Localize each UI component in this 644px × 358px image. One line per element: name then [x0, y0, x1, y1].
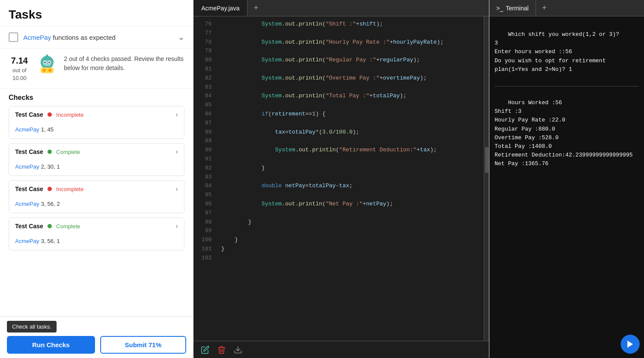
terminal-panel: >_ Terminal + Which shift you worked(1,2…: [489, 0, 644, 358]
tasks-header: Tasks: [0, 0, 193, 26]
args-4: 3, 56, 1: [41, 238, 60, 244]
check-card-title-1: Test Case: [15, 111, 43, 118]
status-label-1: Incomplete: [56, 112, 84, 118]
chevron-right-icon-3[interactable]: ›: [176, 185, 178, 193]
checks-section: Checks Test Case Incomplete › AcmePay 1,…: [0, 89, 193, 316]
svg-point-5: [48, 62, 50, 63]
terminal-content: Which shift you worked(1,2 or 3)? 3 Ente…: [489, 16, 644, 330]
task-label-rest: functions as expected: [51, 34, 115, 41]
args-1: 1, 45: [41, 126, 54, 133]
terminal-prompt-icon: >_: [496, 5, 503, 12]
score-total: 10.00: [13, 74, 27, 82]
svg-rect-9: [41, 67, 54, 73]
svg-point-11: [48, 69, 51, 72]
terminal-tab-add[interactable]: +: [536, 0, 553, 16]
status-dot-red-1: [48, 112, 52, 117]
check-card-body-1: AcmePay 1, 45: [9, 123, 184, 138]
page-title: Tasks: [9, 8, 184, 22]
check-card-1: Test Case Incomplete › AcmePay 1, 45: [9, 106, 184, 139]
svg-marker-13: [628, 341, 633, 348]
acme-tag-4: AcmePay: [15, 238, 39, 244]
scrollbar[interactable]: [484, 16, 489, 341]
bot-icon: [36, 54, 58, 76]
acme-label: AcmePay: [23, 34, 51, 41]
code-editor-panel: AcmePay.java + 7677787980 8182838485 868…: [194, 0, 489, 358]
play-button[interactable]: [621, 335, 640, 354]
submit-button[interactable]: Submit 71%: [100, 336, 187, 354]
scrollbar-thumb[interactable]: [485, 147, 489, 173]
terminal-bottom: [489, 330, 644, 358]
check-card-header-2[interactable]: Test Case Complete ›: [9, 144, 184, 160]
chevron-right-icon-2[interactable]: ›: [176, 148, 178, 156]
terminal-tabs: >_ Terminal +: [489, 0, 644, 16]
checks-title: Checks: [9, 94, 184, 102]
check-all-tooltip: Check all tasks.: [7, 321, 57, 332]
code-content[interactable]: System.out.println("Shift :"+shift); Sys…: [216, 16, 484, 341]
editor-tabs: AcmePay.java +: [194, 0, 489, 16]
svg-point-4: [44, 62, 45, 63]
terminal-tab-label: Terminal: [506, 5, 529, 12]
run-checks-button[interactable]: Run Checks: [7, 336, 95, 354]
editor-toolbar: [194, 341, 489, 358]
terminal-divider: [495, 86, 639, 86]
editor-tab-acmepay[interactable]: AcmePay.java: [194, 0, 247, 16]
check-card-title-3: Test Case: [15, 185, 43, 192]
editor-tab-add[interactable]: +: [247, 0, 264, 16]
args-3: 3, 56, 2: [41, 201, 60, 207]
status-dot-green-2: [48, 150, 52, 154]
chevron-down-icon[interactable]: ⌄: [178, 32, 184, 42]
download-icon[interactable]: [233, 345, 243, 355]
check-card-header-1[interactable]: Test Case Incomplete ›: [9, 106, 184, 123]
edit-icon[interactable]: [200, 345, 210, 355]
svg-point-8: [46, 54, 48, 57]
svg-rect-6: [44, 64, 50, 66]
score-number: 7.14: [11, 54, 28, 67]
check-card-2: Test Case Complete › AcmePay 2, 30, 1: [9, 143, 184, 176]
status-label-4: Complete: [56, 223, 80, 230]
task-item: AcmePay functions as expected ⌄: [0, 26, 193, 48]
check-card-title-4: Test Case: [15, 223, 43, 230]
check-card-title-2: Test Case: [15, 148, 43, 155]
check-card-body-4: AcmePay 3, 56, 1: [9, 234, 184, 250]
chevron-right-icon-4[interactable]: ›: [176, 222, 178, 230]
svg-point-10: [43, 69, 46, 72]
acme-tag-3: AcmePay: [15, 201, 39, 207]
check-card-body-2: AcmePay 2, 30, 1: [9, 160, 184, 176]
terminal-input-text: Which shift you worked(1,2 or 3)? 3 Ente…: [495, 31, 619, 73]
code-area[interactable]: 7677787980 8182838485 8687888990 9192939…: [194, 16, 489, 341]
left-panel: Tasks AcmePay functions as expected ⌄ 7.…: [0, 0, 194, 358]
acme-tag-1: AcmePay: [15, 126, 39, 133]
score-column: 7.14 out of 10.00: [9, 54, 30, 82]
status-dot-red-3: [48, 187, 52, 191]
score-out-of: out of: [13, 67, 27, 74]
task-label: AcmePay functions as expected: [23, 34, 173, 41]
acme-tag-2: AcmePay: [15, 163, 39, 170]
check-card-4: Test Case Complete › AcmePay 3, 56, 1: [9, 217, 184, 250]
check-card-body-3: AcmePay 3, 56, 2: [9, 197, 184, 213]
check-card-header-3[interactable]: Test Case Incomplete ›: [9, 181, 184, 197]
check-card-header-4[interactable]: Test Case Complete ›: [9, 218, 184, 234]
line-numbers: 7677787980 8182838485 8687888990 9192939…: [194, 16, 216, 341]
delete-icon[interactable]: [217, 345, 226, 355]
terminal-output-text: Hours Worked :56 Shift :3 Hourly Pay Rat…: [495, 99, 633, 167]
status-dot-green-4: [48, 224, 52, 228]
status-label-3: Incomplete: [56, 186, 84, 192]
args-2: 2, 30, 1: [41, 163, 60, 170]
score-message: 2 out of 4 checks passed. Review the res…: [64, 54, 184, 73]
status-label-2: Complete: [56, 149, 80, 155]
chevron-right-icon-1[interactable]: ›: [176, 111, 178, 118]
score-bot-area: 7.14 out of 10.00 2 out of 4 checks pass…: [0, 48, 193, 89]
bottom-bar: Check all tasks. Run Checks Submit 71%: [0, 316, 193, 358]
editor-tab-label: AcmePay.java: [201, 5, 239, 12]
terminal-tab[interactable]: >_ Terminal: [489, 0, 536, 16]
check-card-3: Test Case Incomplete › AcmePay 3, 56, 2: [9, 180, 184, 213]
task-checkbox[interactable]: [9, 32, 18, 42]
